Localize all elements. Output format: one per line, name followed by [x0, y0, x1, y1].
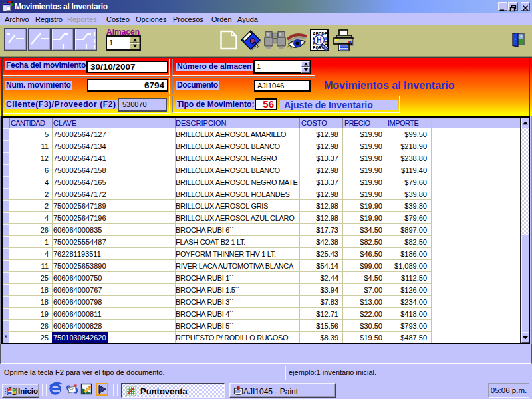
svg-text:H: H — [317, 36, 322, 44]
